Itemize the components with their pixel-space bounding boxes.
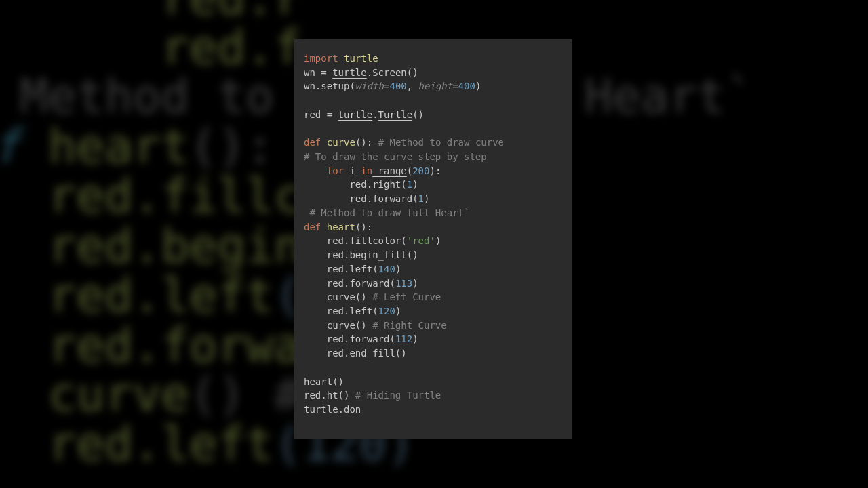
bg-keyword-def: def	[0, 119, 20, 174]
comment: # To draw the curve step by step	[304, 151, 487, 162]
string-literal: 'red'	[407, 235, 435, 246]
keyword-def: def	[304, 137, 321, 148]
func-curve: curve	[321, 137, 355, 148]
comment: # Method to draw curve	[378, 137, 504, 148]
keyword-import: import	[304, 53, 338, 64]
comment: # Left Curve	[372, 291, 441, 302]
keyword-for: for	[327, 165, 344, 176]
module-turtle: turtle	[344, 53, 378, 64]
comment: # Method to draw full Heart`	[304, 207, 469, 218]
keyword-def: def	[304, 222, 321, 232]
func-heart: heart	[321, 222, 355, 232]
code-block: import turtle wn = turtle.Screen() wn.se…	[304, 52, 563, 417]
code-editor-panel[interactable]: import turtle wn = turtle.Screen() wn.se…	[294, 39, 572, 439]
comment: # Hiding Turtle	[355, 390, 441, 401]
keyword-in: in	[361, 165, 372, 176]
comment: # Right Curve	[372, 320, 447, 331]
